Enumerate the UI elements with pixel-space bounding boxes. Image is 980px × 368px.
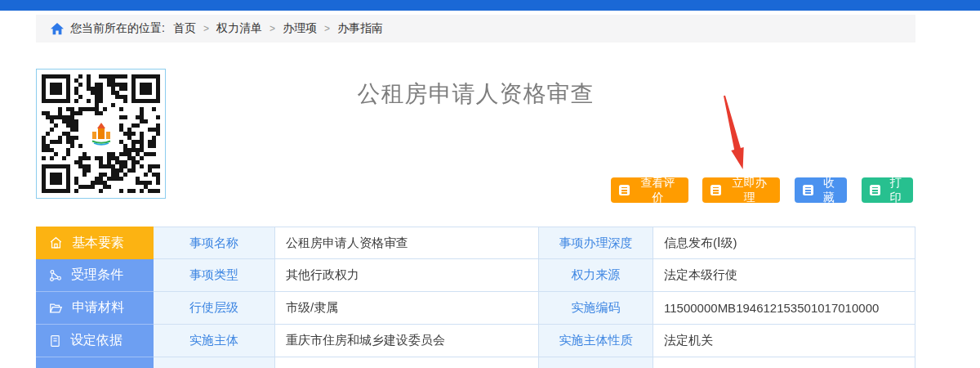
sidebar-item-label: 设定依据 [70,332,122,349]
breadcrumb-prefix: 您当前所在的位置: [70,21,165,36]
row-value: 其他行政权力 [275,259,539,292]
view-evaluation-button[interactable]: 查看评价 [611,177,688,203]
document-icon [619,185,630,195]
row-label: 实施主体性质 [539,325,653,357]
row-label: 事项办理深度 [539,227,653,259]
info-table: 基本要素 事项名称 公租房申请人资格审查 事项办理深度 信息发布(Ⅰ级) 受理条… [36,227,915,368]
row-value [653,357,915,368]
breadcrumb-separator: > [324,23,330,34]
favorite-button[interactable]: 收藏 [795,177,847,203]
house-icon [48,236,64,250]
sidebar-item-setting-basis[interactable]: 设定依据 [36,325,154,357]
document-outline-icon [48,334,62,348]
row-label [539,357,653,368]
row-label: 实施主体 [154,325,275,357]
row-label: 事项类型 [154,259,275,292]
handle-now-button[interactable]: 立即办理 [702,177,780,203]
row-value [275,357,539,368]
sidebar-filler [36,357,154,368]
sidebar-item-basic-elements[interactable]: 基本要素 [36,227,154,259]
view-evaluation-label: 查看评价 [635,176,680,205]
row-value: 11500000MB194612153501017010000 [653,292,915,325]
building-logo-icon [89,122,114,146]
breadcrumb-separator: > [270,23,275,34]
row-value: 法定机关 [653,325,915,357]
favorite-label: 收藏 [819,176,839,205]
breadcrumb-home[interactable]: 首页 [173,21,196,36]
row-value: 公租房申请人资格审查 [275,227,539,259]
breadcrumb-current-guide: 办事指南 [337,21,383,36]
sidebar-item-label: 申请材料 [72,299,124,316]
document-icon [870,185,880,195]
nodes-icon [48,268,63,283]
folder-icon [48,301,64,316]
breadcrumb: 您当前所在的位置: 首页 > 权力清单 > 办理项 > 办事指南 [36,15,915,43]
sidebar-item-application-materials[interactable]: 申请材料 [36,292,154,325]
row-label: 事项名称 [154,227,275,259]
print-label: 打印 [886,176,905,205]
row-value: 市级/隶属 [275,292,539,325]
sidebar-item-label: 基本要素 [72,235,124,252]
row-value: 法定本级行使 [653,259,915,292]
row-label: 实施编码 [539,292,653,325]
breadcrumb-power-list[interactable]: 权力清单 [216,21,262,36]
row-label [154,357,275,368]
page: 您当前所在的位置: 首页 > 权力清单 > 办理项 > 办事指南 公租房申请人资… [0,0,980,368]
print-button[interactable]: 打印 [862,177,913,203]
row-value: 信息发布(Ⅰ级) [653,227,915,259]
site-logo [87,119,116,149]
sidebar-item-label: 受理条件 [71,267,123,284]
document-icon [803,185,813,195]
top-nav-bar [0,0,980,11]
breadcrumb-handling-item[interactable]: 办理项 [283,21,317,36]
row-label: 行使层级 [154,292,275,325]
handle-now-label: 立即办理 [727,176,772,205]
breadcrumb-separator: > [203,23,209,34]
document-icon [710,185,721,195]
page-title: 公租房申请人资格审查 [36,79,915,110]
home-icon [51,23,64,35]
row-label: 权力来源 [539,259,653,292]
sidebar-item-acceptance-conditions[interactable]: 受理条件 [36,259,154,292]
row-value: 重庆市住房和城乡建设委员会 [275,325,539,357]
